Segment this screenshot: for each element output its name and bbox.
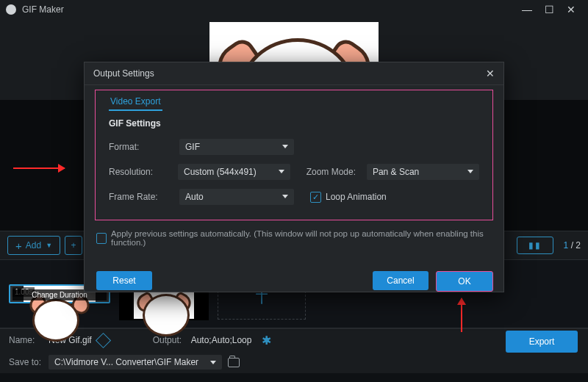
dialog-header: Output Settings ✕: [85, 62, 503, 85]
chevron-down-icon: [467, 170, 473, 173]
dialog-close-button[interactable]: ✕: [486, 68, 495, 79]
loop-animation-checkbox[interactable]: ✓: [310, 192, 321, 203]
chevron-down-icon: [282, 195, 288, 198]
row-format: Format: GIF: [109, 134, 479, 159]
zoom-select[interactable]: Pan & Scan: [367, 164, 479, 180]
apply-previous-label: Apply previous settings automatically. (…: [111, 229, 492, 247]
resolution-value: Custom (544x491): [184, 167, 257, 177]
section-heading: GIF Settings: [109, 118, 479, 129]
output-settings-dialog: Output Settings ✕ Video Export GIF Setti…: [84, 62, 504, 292]
modal-overlay: Output Settings ✕ Video Export GIF Setti…: [0, 62, 588, 300]
resolution-select[interactable]: Custom (544x491): [178, 164, 290, 180]
output-value: Auto;Auto;Loop: [191, 335, 252, 345]
resolution-label: Resolution:: [109, 167, 178, 177]
minimize-button[interactable]: —: [516, 2, 538, 17]
close-window-button[interactable]: ✕: [560, 2, 582, 17]
app-title: GIF Maker: [22, 4, 64, 15]
export-button[interactable]: Export: [506, 331, 578, 353]
edit-name-icon[interactable]: [96, 332, 111, 347]
annotation-arrow-ok: [461, 298, 462, 332]
highlight-box: Video Export GIF Settings Format: GIF Re…: [95, 90, 493, 220]
row-apply-previous: ✓ Apply previous settings automatically.…: [96, 229, 492, 247]
chevron-down-icon: [282, 145, 288, 148]
zoom-label: Zoom Mode:: [306, 167, 367, 177]
chevron-down-icon: [210, 361, 216, 364]
cancel-button[interactable]: Cancel: [373, 271, 429, 290]
open-folder-icon[interactable]: [228, 358, 240, 367]
framerate-label: Frame Rate:: [109, 192, 179, 202]
saveto-value: C:\Vidmore V... Converter\GIF Maker: [54, 357, 198, 367]
reset-button[interactable]: Reset: [96, 271, 152, 290]
row-framerate: Frame Rate: Auto ✓ Loop Animation: [109, 184, 479, 209]
saveto-select[interactable]: C:\Vidmore V... Converter\GIF Maker: [49, 355, 222, 370]
dialog-title: Output Settings: [93, 68, 154, 79]
framerate-value: Auto: [185, 192, 204, 202]
maximize-button[interactable]: ☐: [538, 2, 560, 17]
framerate-select[interactable]: Auto: [179, 189, 294, 205]
output-label: Output:: [153, 335, 191, 345]
apply-previous-checkbox[interactable]: ✓: [96, 233, 107, 244]
tab-video-export[interactable]: Video Export: [109, 95, 162, 111]
row-resolution: Resolution: Custom (544x491) Zoom Mode: …: [109, 159, 479, 184]
format-select[interactable]: GIF: [179, 139, 294, 155]
ok-button[interactable]: OK: [436, 271, 493, 292]
format-value: GIF: [185, 142, 200, 152]
titlebar: GIF Maker — ☐ ✕: [0, 0, 588, 19]
output-settings-icon[interactable]: [262, 335, 272, 345]
chevron-down-icon: [279, 170, 284, 173]
export-button-label: Export: [529, 336, 555, 347]
format-label: Format:: [109, 142, 179, 152]
row-saveto: Save to: C:\Vidmore V... Converter\GIF M…: [0, 351, 588, 373]
dialog-buttons: Reset Cancel OK: [85, 267, 503, 292]
row-name-output: Name: New Gif.gif Output: Auto;Auto;Loop: [0, 328, 588, 351]
saveto-label: Save to:: [9, 357, 49, 367]
app-icon: [6, 4, 16, 15]
loop-animation-label: Loop Animation: [326, 192, 387, 202]
zoom-value: Pan & Scan: [373, 167, 419, 177]
